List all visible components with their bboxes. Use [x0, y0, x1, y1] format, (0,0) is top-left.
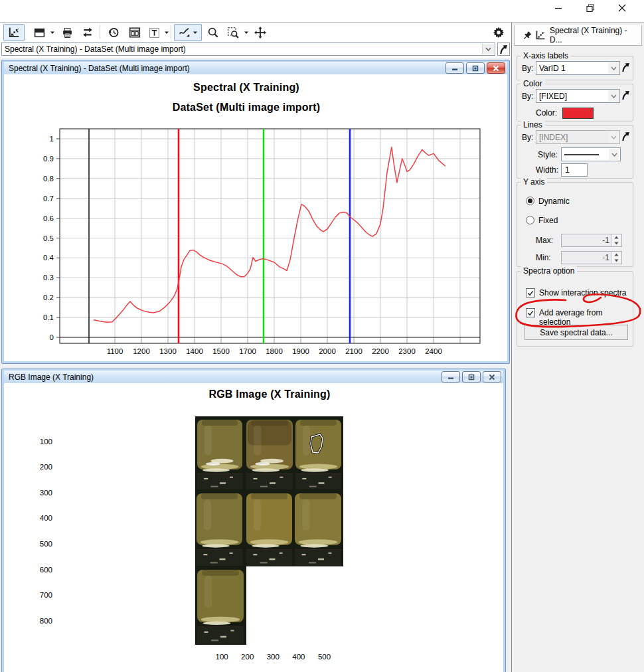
interaction-curve-tool-button[interactable]	[174, 24, 202, 41]
max-spinbox[interactable]: -1	[561, 234, 622, 247]
text-tool-dropdown[interactable]	[163, 24, 170, 41]
pin-icon[interactable]	[523, 31, 532, 41]
line-style-combobox[interactable]	[561, 147, 621, 161]
lines-by-combobox[interactable]: [INDEX]	[536, 130, 620, 144]
svg-text:1: 1	[50, 135, 54, 143]
line-width-input[interactable]: 1	[561, 163, 588, 177]
layout-button[interactable]	[29, 24, 49, 41]
svg-text:0.6: 0.6	[43, 214, 54, 222]
svg-text:1200: 1200	[133, 347, 150, 355]
svg-text:1500: 1500	[212, 347, 230, 355]
spectral-plot-content: Spectral (X Training) DataSet (Multi ima…	[4, 74, 507, 361]
app-minimize-button[interactable]	[548, 1, 568, 15]
svg-text:0.7: 0.7	[43, 195, 54, 203]
lines-by-value: [INDEX]	[539, 133, 568, 142]
add-average-from-selection-checkbox[interactable]	[526, 308, 535, 317]
windows-grid-icon	[129, 27, 141, 39]
xaxis-by-combobox[interactable]: VarID 1	[536, 61, 620, 75]
save-spectral-data-button[interactable]: Save spectral data...	[524, 325, 628, 340]
window-minimize-button[interactable]	[445, 62, 464, 74]
fixed-radio[interactable]	[526, 216, 534, 224]
panel-header[interactable]: Spectral (X Training) - D...	[514, 25, 642, 46]
color-by-combobox[interactable]: [FIXED]	[536, 89, 620, 103]
bag-2-0	[197, 570, 244, 643]
svg-text:700: 700	[40, 591, 52, 599]
window-restore-button[interactable]	[462, 371, 481, 382]
svg-text:1900: 1900	[292, 347, 309, 355]
xaxis-by-value: VarID 1	[539, 64, 566, 73]
svg-text:0.1: 0.1	[43, 313, 54, 321]
svg-text:2100: 2100	[345, 347, 362, 355]
window-minimize-button[interactable]	[442, 371, 460, 382]
spinner-arrows[interactable]	[611, 234, 621, 246]
swap-arrows-icon	[82, 27, 94, 39]
chevron-down-icon	[611, 153, 617, 157]
chart-subtitle: DataSet (Multi image import)	[4, 102, 489, 114]
zoom-region-button[interactable]	[223, 24, 243, 41]
dynamic-radio[interactable]	[526, 197, 534, 205]
window-close-button[interactable]	[487, 62, 505, 74]
swoosh-arrow-icon[interactable]	[621, 90, 630, 100]
rgb-y-tick-labels: 100200300400500600700800	[40, 438, 52, 625]
swoosh-arrow-icon[interactable]	[621, 131, 630, 141]
rgb-window-titlebar[interactable]: RGB Image (X Training)	[4, 371, 503, 383]
chevron-down-icon	[50, 30, 55, 35]
style-label: Style:	[538, 150, 558, 159]
zoom-region-icon	[227, 27, 239, 39]
swap-views-button[interactable]	[78, 24, 98, 41]
svg-text:400: 400	[40, 514, 52, 522]
group-legend: Spectra option	[521, 266, 577, 276]
svg-text:1800: 1800	[266, 347, 283, 355]
color-group: Color By: [FIXED] Color:	[517, 84, 633, 122]
window-close-button[interactable]	[483, 371, 501, 382]
app-restore-button[interactable]	[580, 1, 600, 15]
x-axis-labels-group: X-axis labels By: VarID 1	[517, 56, 633, 80]
restore-icon	[586, 4, 595, 13]
by-label: By:	[522, 133, 533, 142]
spectral-curve	[94, 147, 445, 323]
layout-dropdown[interactable]	[48, 24, 56, 41]
svg-text:1700: 1700	[239, 347, 256, 355]
window-restore-button[interactable]	[466, 62, 485, 74]
text-tool-button[interactable]	[145, 24, 163, 41]
fixed-label: Fixed	[538, 216, 558, 225]
svg-text:800: 800	[40, 617, 52, 625]
bag-1-2	[295, 493, 341, 566]
spectral-chart[interactable]: 1100120013001400150017001800190020002100…	[29, 124, 487, 360]
rgb-image-window: RGB Image (X Training) RGB Image (X Trai…	[1, 369, 506, 672]
undo-history-button[interactable]	[104, 24, 123, 41]
chevron-down-icon	[244, 30, 249, 35]
plot-selector-value: Spectral (X Training) - DataSet (Multi i…	[5, 44, 186, 54]
combobox-arrow[interactable]	[482, 44, 494, 54]
search-button[interactable]	[203, 24, 223, 41]
svg-text:100: 100	[40, 438, 52, 446]
spinner-down-icon	[614, 259, 619, 262]
restore-icon	[472, 65, 479, 72]
svg-text:0: 0	[50, 333, 54, 341]
spectral-plot-window: Spectral (X Training) - DataSet (Multi i…	[1, 60, 510, 364]
app-close-button[interactable]	[612, 1, 632, 15]
minimize-icon	[447, 374, 454, 380]
spinner-up-icon	[614, 236, 619, 239]
rgb-image-plot[interactable]: 100200300400500600700800100200300400500	[29, 411, 347, 672]
swoosh-arrow-icon[interactable]	[621, 62, 630, 72]
scatter-plot-tool-button[interactable]	[3, 24, 25, 41]
max-label: Max:	[536, 236, 553, 245]
rgb-x-tick-labels: 100200300400500	[216, 653, 331, 661]
fixed-color-swatch[interactable]	[562, 108, 594, 119]
checkmark-icon	[527, 310, 534, 316]
show-interaction-spectra-checkbox[interactable]	[526, 288, 535, 297]
pan-button[interactable]	[250, 24, 270, 41]
plot-selector-combobox[interactable]: Spectral (X Training) - DataSet (Multi i…	[1, 42, 495, 56]
spinner-arrows[interactable]	[611, 252, 621, 264]
spectral-window-titlebar[interactable]: Spectral (X Training) - DataSet (Multi i…	[4, 62, 507, 74]
zoom-region-dropdown[interactable]	[242, 24, 250, 41]
settings-button[interactable]	[489, 24, 509, 41]
chevron-down-icon	[193, 30, 198, 35]
print-button[interactable]	[57, 24, 77, 41]
scatter-plot-icon	[8, 27, 20, 39]
chevron-down-icon	[164, 30, 169, 35]
goto-plot-button[interactable]	[497, 42, 510, 56]
min-spinbox[interactable]: -1	[561, 251, 622, 264]
windows-layout-button[interactable]	[125, 24, 145, 41]
